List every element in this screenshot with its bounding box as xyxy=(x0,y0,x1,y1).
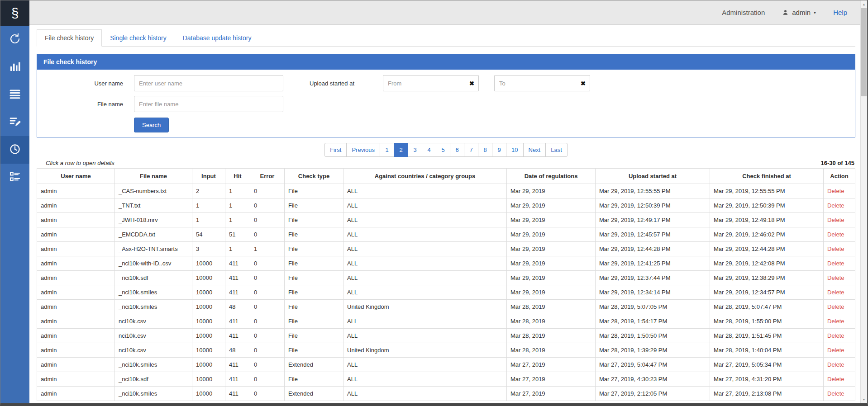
table-cell-action: Delete xyxy=(824,285,855,300)
table-row[interactable]: adminnci10k.csv100004110FileALLMar 28, 2… xyxy=(37,314,855,329)
sidebar-item-check-history[interactable] xyxy=(0,136,29,164)
delete-link[interactable]: Delete xyxy=(827,217,844,223)
table-cell: 1 xyxy=(225,184,250,198)
delete-link[interactable]: Delete xyxy=(827,260,844,267)
file-name-input[interactable] xyxy=(134,96,283,112)
user-name-input[interactable] xyxy=(134,75,283,91)
sidebar-item-single-check[interactable] xyxy=(0,109,29,136)
page-7[interactable]: 7 xyxy=(464,143,478,157)
user-menu[interactable]: admin ▾ xyxy=(782,9,816,16)
delete-link[interactable]: Delete xyxy=(827,231,844,238)
table-cell: 0 xyxy=(250,256,285,271)
page-8[interactable]: 8 xyxy=(478,143,492,157)
table-cell: 54 xyxy=(192,227,225,242)
page-1[interactable]: 1 xyxy=(380,143,394,157)
table-cell: Mar 28, 2019, 1:39:29 PM xyxy=(596,343,710,358)
table-row[interactable]: admin_nci10k.sdf100004110FileALLMar 27, … xyxy=(37,372,855,387)
table-row[interactable]: admin_nci10k.smiles100004110ExtendedALLM… xyxy=(37,387,855,401)
scroll-down-icon[interactable]: ▼ xyxy=(861,396,867,403)
column-header: User name xyxy=(37,169,115,184)
vertical-scrollbar[interactable]: ▲ ▼ xyxy=(860,0,867,403)
clear-from-icon[interactable]: ✖ xyxy=(469,80,474,86)
page-last[interactable]: Last xyxy=(545,143,568,157)
tab-file-check-history[interactable]: File check history xyxy=(37,29,102,47)
table-cell: Mar 28, 2019 xyxy=(507,343,596,358)
delete-link[interactable]: Delete xyxy=(827,245,844,252)
table-cell: 0 xyxy=(250,271,285,285)
table-row[interactable]: admin_EMCDDA.txt54510FileALLMar 29, 2019… xyxy=(37,227,855,242)
table-cell: 10000 xyxy=(192,372,225,387)
column-header: Check type xyxy=(285,169,343,184)
table-cell: Mar 29, 2019, 12:46:02 PM xyxy=(710,227,824,242)
report-icon xyxy=(8,170,22,185)
tab-database-update-history[interactable]: Database update history xyxy=(175,29,260,47)
table-cell: Mar 28, 2019, 5:07:47 PM xyxy=(710,300,824,314)
to-date-input[interactable] xyxy=(494,75,590,91)
table-cell: Mar 29, 2019 xyxy=(507,184,596,198)
table-cell: admin xyxy=(37,314,115,329)
help-link[interactable]: Help xyxy=(833,9,847,16)
app-logo[interactable]: § xyxy=(0,0,29,26)
table-row[interactable]: admin_nci10k.smiles100004110FileALLMar 2… xyxy=(37,285,855,300)
table-cell: 10000 xyxy=(192,256,225,271)
page-10[interactable]: 10 xyxy=(506,143,523,157)
sidebar-item-refresh[interactable] xyxy=(0,26,29,53)
clear-to-icon[interactable]: ✖ xyxy=(581,80,586,86)
sidebar-item-statistics[interactable] xyxy=(0,53,29,81)
search-button[interactable]: Search xyxy=(134,118,169,132)
table-cell: File xyxy=(285,242,343,256)
table-row[interactable]: admin_CAS-numbers.txt210FileALLMar 29, 2… xyxy=(37,184,855,198)
column-header: Input xyxy=(192,169,225,184)
delete-link[interactable]: Delete xyxy=(827,332,844,339)
table-cell: File xyxy=(285,343,343,358)
delete-link[interactable]: Delete xyxy=(827,376,844,382)
scrollbar-thumb[interactable] xyxy=(861,8,867,96)
table-row[interactable]: admin_Asx-H2O-TNT.smarts311FileALLMar 29… xyxy=(37,242,855,256)
page-6[interactable]: 6 xyxy=(450,143,464,157)
page-2[interactable]: 2 xyxy=(394,143,408,157)
table-cell: admin xyxy=(37,285,115,300)
table-cell: 0 xyxy=(250,343,285,358)
table-cell: 0 xyxy=(250,198,285,213)
table-row[interactable]: adminnci10k.csv100004110FileALLMar 28, 2… xyxy=(37,329,855,343)
sidebar-item-reports[interactable] xyxy=(0,164,29,191)
page-4[interactable]: 4 xyxy=(422,143,436,157)
table-cell-action: Delete xyxy=(824,358,855,372)
page-previous[interactable]: Previous xyxy=(346,143,380,157)
list-icon xyxy=(8,87,22,103)
table-row[interactable]: admin_nci10k.sdf100004110FileALLMar 29, … xyxy=(37,271,855,285)
table-cell: admin xyxy=(37,329,115,343)
from-date-input[interactable] xyxy=(383,75,479,91)
delete-link[interactable]: Delete xyxy=(827,303,844,310)
table-cell: Mar 27, 2019, 5:05:34 PM xyxy=(710,358,824,372)
table-cell: 1 xyxy=(192,198,225,213)
table-row[interactable]: admin_nci10k.smiles10000480FileUnited Ki… xyxy=(37,300,855,314)
table-row[interactable]: adminnci10k.csv10000480FileUnited Kingdo… xyxy=(37,343,855,358)
table-row[interactable]: admin_nci10k-with-ID..csv100004110FileAL… xyxy=(37,256,855,271)
tab-single-check-history[interactable]: Single check history xyxy=(102,29,175,47)
page-3[interactable]: 3 xyxy=(408,143,422,157)
table-cell: 0 xyxy=(250,372,285,387)
delete-link[interactable]: Delete xyxy=(827,318,844,325)
administration-link[interactable]: Administration xyxy=(722,9,765,16)
page-9[interactable]: 9 xyxy=(492,143,506,157)
delete-link[interactable]: Delete xyxy=(827,202,844,209)
table-cell: ALL xyxy=(343,329,507,343)
table-cell: 2 xyxy=(192,184,225,198)
table-row[interactable]: admin_JWH-018.mrv110FileALLMar 29, 2019M… xyxy=(37,213,855,227)
page-5[interactable]: 5 xyxy=(436,143,450,157)
delete-link[interactable]: Delete xyxy=(827,274,844,281)
page-next[interactable]: Next xyxy=(523,143,546,157)
delete-link[interactable]: Delete xyxy=(827,347,844,354)
table-row[interactable]: admin_TNT.txt110FileALLMar 29, 2019Mar 2… xyxy=(37,198,855,213)
delete-link[interactable]: Delete xyxy=(827,289,844,296)
scroll-up-icon[interactable]: ▲ xyxy=(861,1,867,8)
table-cell: Mar 27, 2019, 4:31:20 PM xyxy=(710,372,824,387)
from-date-field: ✖ xyxy=(383,75,479,91)
delete-link[interactable]: Delete xyxy=(827,188,844,194)
delete-link[interactable]: Delete xyxy=(827,390,844,397)
page-first[interactable]: First xyxy=(324,143,347,157)
table-row[interactable]: admin_nci10k.smiles100004110ExtendedALLM… xyxy=(37,358,855,372)
delete-link[interactable]: Delete xyxy=(827,361,844,368)
sidebar-item-list[interactable] xyxy=(0,81,29,109)
